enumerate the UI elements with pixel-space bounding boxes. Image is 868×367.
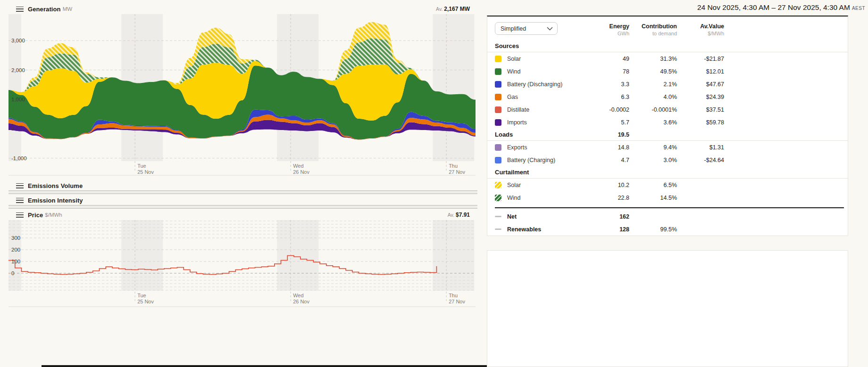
table-row[interactable]: Solar4931.3%-$21.87 [487,52,848,65]
price-panel-header: Price $/MWh Av.$7.91 [0,210,487,220]
svg-text:26 Nov: 26 Nov [293,169,309,175]
generation-chart[interactable]: 3,0002,0001,0000-1,000Tue25 NovWed26 Nov… [8,14,477,176]
price-average: Av.$7.91 [448,212,470,218]
timezone-label: AEST [852,6,865,11]
chevron-down-icon [547,27,553,31]
series-label: Solar [507,182,584,188]
series-label: Wind [507,195,584,201]
series-swatch [495,182,501,188]
svg-text:1,000: 1,000 [11,97,25,102]
table-row[interactable]: Gas6.34.0%$24.39 [487,90,848,103]
bottom-divider [42,365,487,367]
svg-text:0: 0 [11,270,14,276]
generation-panel-header: Generation MW Av.2,167 MW [0,4,487,14]
drag-handle-icon[interactable] [16,7,24,12]
section-header-row: Loads19.5 [487,129,848,141]
drag-handle-icon[interactable] [16,212,24,218]
svg-text:Tue: Tue [137,163,146,169]
series-label: Exports [507,144,584,151]
table-row[interactable]: Battery (Discharging)3.32.1%$47.67 [487,78,848,90]
svg-text:Wed: Wed [293,163,303,169]
column-header-energy: EnergyGWh [584,22,629,37]
table-row[interactable]: Battery (Charging)4.73.0%-$24.64 [487,154,848,166]
svg-text:27 Nov: 27 Nov [449,169,465,175]
breakdown-table-card: Simplified EnergyGWh Contributionto dema… [487,16,848,236]
summary-rows: Net162Renewables12899.5% [487,210,848,236]
svg-text:Thu: Thu [449,293,458,298]
series-label: Wind [507,68,584,75]
emissions-volume-panel-header: Emissions Volume [0,180,487,191]
table-row[interactable]: Wind7849.5%$12.01 [487,65,848,78]
generation-title: Generation [28,6,61,13]
emission-intensity-panel-header: Emission Intensity [0,195,487,205]
svg-text:-1,000: -1,000 [11,155,27,161]
view-selector-dropdown[interactable]: Simplified [495,22,558,35]
series-swatch [495,81,501,88]
generation-units: MW [63,6,72,12]
table-row[interactable]: Exports14.89.4%$1.31 [487,141,848,154]
summary-row[interactable]: Renewables12899.5% [487,223,848,236]
svg-text:200: 200 [11,247,20,253]
emissions-volume-title: Emissions Volume [28,182,83,189]
drag-handle-icon[interactable] [16,198,24,203]
svg-text:27 Nov: 27 Nov [449,299,465,304]
table-header-row: Simplified EnergyGWh Contributionto dema… [487,20,848,40]
price-title: Price [28,212,43,219]
column-header-avvalue: Av.Value$/MWh [677,22,724,37]
breakdown-table-body: SourcesSolar4931.3%-$21.87Wind7849.5%$12… [487,40,848,204]
drag-handle-icon[interactable] [16,183,24,188]
column-header-contribution: Contributionto demand [629,22,677,37]
series-swatch [495,119,501,126]
svg-text:3,000: 3,000 [11,38,25,43]
svg-text:Thu: Thu [449,163,458,169]
series-swatch [495,157,501,163]
series-label: Battery (Discharging) [507,81,584,88]
emission-intensity-collapsed-chart[interactable] [8,205,477,209]
line-swatch [495,228,501,230]
series-swatch [495,68,501,75]
series-label: Gas [507,94,584,100]
table-row[interactable]: Imports5.73.6%$59.78 [487,116,848,129]
table-row[interactable]: Distillate-0.0002-0.0001%$37.51 [487,103,848,116]
section-header-row: Sources [487,40,848,52]
summary-row[interactable]: Net162 [487,210,848,223]
generation-average: Av.2,167 MW [436,6,470,12]
price-units: $/MWh [45,212,62,218]
secondary-card [487,250,848,367]
line-swatch [495,216,501,217]
series-label: Distillate [507,106,584,113]
price-chart[interactable]: 3002001000Tue25 NovWed26 NovThu27 Nov [8,220,477,307]
section-header-row: Curtailment [487,166,848,179]
series-swatch [495,144,501,151]
date-range: 24 Nov 2025, 4:30 AM – 27 Nov 2025, 4:30… [697,3,865,12]
svg-text:0: 0 [11,126,14,131]
table-row[interactable]: Solar10.26.5% [487,179,848,191]
series-label: Battery (Charging) [507,157,584,163]
emissions-volume-collapsed-chart[interactable] [8,190,477,194]
table-row[interactable]: Wind22.814.5% [487,191,848,204]
view-selector-value: Simplified [501,25,526,32]
series-swatch [495,195,501,201]
dashboard: Generation MW Av.2,167 MW 3,0002,0001,00… [0,0,868,367]
svg-text:100: 100 [11,259,20,264]
summary-divider [495,207,844,208]
svg-text:Wed: Wed [293,293,303,298]
svg-text:25 Nov: 25 Nov [137,299,154,304]
series-label: Imports [507,119,584,126]
series-swatch [495,94,501,100]
series-label: Solar [507,56,584,62]
svg-text:25 Nov: 25 Nov [137,169,154,175]
svg-text:2,000: 2,000 [11,67,25,73]
svg-text:26 Nov: 26 Nov [293,299,309,304]
series-swatch [495,56,501,62]
series-swatch [495,106,501,113]
emission-intensity-title: Emission Intensity [28,197,83,204]
svg-text:300: 300 [11,235,20,241]
svg-text:Tue: Tue [137,293,146,298]
